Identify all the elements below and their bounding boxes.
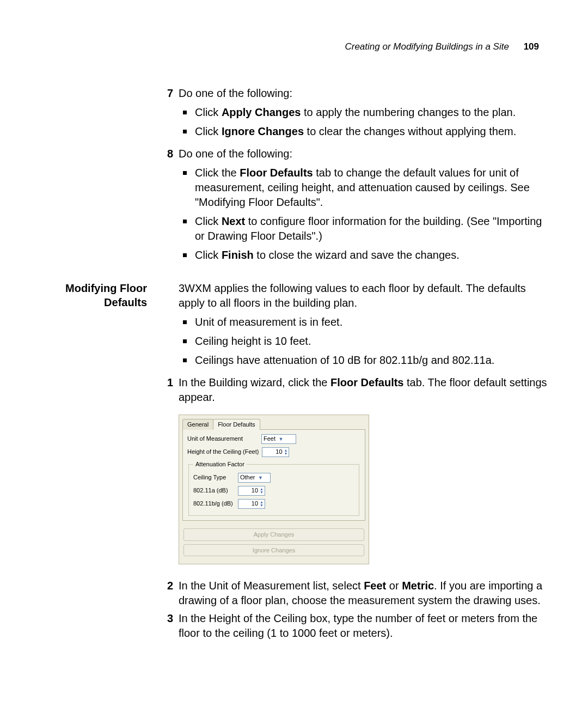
- step-number-2: 2: [157, 579, 179, 608]
- ceiling-type-label: Ceiling Type: [193, 473, 235, 482]
- attenuation-factor-group: Attenuation Factor Ceiling Type Other ▼: [188, 460, 359, 516]
- step7-text: Do one of the following:: [179, 87, 292, 99]
- attn-80211a-label: 802.11a (dB): [193, 486, 235, 495]
- list-item: Click Apply Changes to apply the numberi…: [179, 105, 550, 120]
- step-number-3: 3: [157, 611, 179, 641]
- ceiling-height-spinner[interactable]: 10 ▲▼: [262, 447, 289, 457]
- list-item: Click the Floor Defaults tab to change t…: [179, 166, 550, 210]
- step-number-1: 1: [157, 375, 179, 576]
- step2-text: In the Unit of Measurement list, select …: [179, 579, 550, 608]
- list-item: Click Next to configure floor informatio…: [179, 214, 550, 244]
- running-title: Creating or Modifying Buildings in a Sit…: [345, 41, 509, 52]
- section-intro: 3WXM applies the following values to eac…: [179, 282, 526, 309]
- list-item: Click Ignore Changes to clear the change…: [179, 124, 550, 139]
- step3-text: In the Height of the Ceiling box, type t…: [179, 611, 550, 641]
- attn-80211a-spinner[interactable]: 10 ▲▼: [238, 486, 265, 496]
- unit-of-measurement-select[interactable]: Feet ▼: [261, 434, 296, 444]
- tab-floor-defaults[interactable]: Floor Defaults: [213, 419, 260, 430]
- step8-text: Do one of the following:: [179, 148, 292, 160]
- section-heading: Modifying Floor Defaults: [0, 281, 157, 373]
- step-number-8: 8: [157, 147, 179, 268]
- chevron-down-icon: ▼: [256, 473, 265, 482]
- list-item: Ceiling height is 10 feet.: [179, 334, 550, 349]
- ignore-changes-button[interactable]: Ignore Changes: [183, 544, 364, 557]
- spinner-arrows-icon: ▲▼: [284, 449, 289, 455]
- list-item: Ceilings have attenuation of 10 dB for 8…: [179, 353, 550, 368]
- list-item: Unit of measurement is in feet.: [179, 315, 550, 330]
- spinner-arrows-icon: ▲▼: [259, 501, 264, 507]
- tab-general[interactable]: General: [182, 419, 213, 430]
- unit-of-measurement-label: Unit of Measurement: [187, 435, 258, 443]
- attn-80211bg-spinner[interactable]: 10 ▲▼: [238, 499, 265, 509]
- ceiling-type-select[interactable]: Other ▼: [238, 473, 271, 483]
- floor-defaults-dialog: General Floor Defaults Unit of Measureme…: [179, 415, 369, 564]
- running-header: Creating or Modifying Buildings in a Sit…: [0, 41, 550, 52]
- page-number: 109: [524, 41, 539, 52]
- step-number-7: 7: [157, 86, 179, 144]
- attn-80211bg-label: 802.11b/g (dB): [193, 500, 235, 508]
- ceiling-height-label: Height of the Ceiling (Feet): [187, 448, 259, 456]
- spinner-arrows-icon: ▲▼: [259, 488, 264, 494]
- apply-changes-button[interactable]: Apply Changes: [183, 528, 364, 541]
- list-item: Click Finish to close the wizard and sav…: [179, 248, 550, 263]
- chevron-down-icon: ▼: [277, 435, 285, 443]
